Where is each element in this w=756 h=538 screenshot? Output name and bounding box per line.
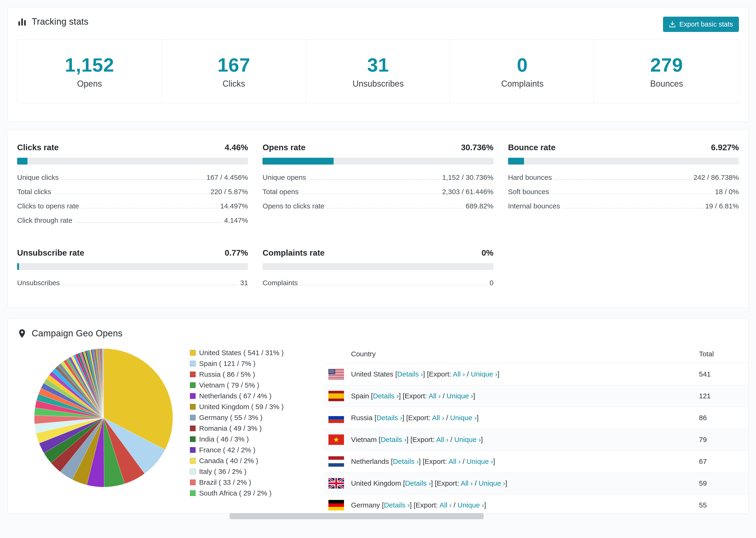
rate-progress-bar	[17, 263, 248, 270]
stat-box-clicks: 167 Clicks	[162, 40, 306, 103]
export-icon	[669, 21, 676, 28]
legend-item: United States ( 541 / 31% )	[190, 349, 321, 357]
rate-metric-value: 689.82%	[465, 202, 493, 210]
details-link[interactable]: Details ›	[393, 457, 419, 465]
rate-progress-bar	[262, 158, 493, 165]
legend-label: United States ( 541 / 31% )	[199, 349, 284, 357]
rate-metric-row: Click through rate4.147%	[17, 216, 248, 224]
opens-count: 1,152	[65, 54, 114, 76]
export-basic-stats-button[interactable]: Export basic stats	[663, 17, 739, 32]
rate-value: 0.77%	[225, 248, 248, 257]
clicks-count: 167	[217, 54, 250, 76]
geo-table-row: Netherlands [Details ›] [Export: All › /…	[324, 451, 748, 472]
details-link[interactable]: Details ›	[397, 370, 423, 378]
flag-icon-es	[328, 391, 344, 401]
complaints-label: Complaints	[501, 79, 544, 89]
geo-opens-table: Country Total United States [Details ›] …	[324, 345, 748, 513]
geo-opens-header: Campaign Geo Opens	[17, 328, 748, 339]
legend-label: Germany ( 55 / 3% )	[199, 413, 262, 422]
rate-progress-bar	[17, 158, 248, 165]
unsubscribes-count: 31	[367, 54, 389, 76]
stat-box-complaints: 0 Complaints	[450, 40, 594, 103]
export-all-link[interactable]: All ›	[436, 436, 449, 443]
export-unique-link[interactable]: Unique ›	[458, 501, 484, 509]
legend-swatch	[190, 447, 195, 453]
export-all-link[interactable]: All ›	[449, 457, 460, 465]
legend-item: Italy ( 36 / 2% )	[190, 467, 321, 476]
country-cell: Germany [Details ›] [Export: All › / Uni…	[351, 501, 699, 509]
export-all-link[interactable]: All ›	[428, 392, 441, 400]
legend-label: France ( 42 / 2% )	[199, 446, 255, 454]
dotted-leader	[301, 194, 440, 194]
details-link[interactable]: Details ›	[384, 501, 410, 509]
legend-swatch	[190, 426, 195, 431]
rate-metric-value: 220 / 5.87%	[210, 188, 248, 196]
rate-metric-label: Internal bounces	[508, 202, 560, 210]
geo-table-row: Russia [Details ›] [Export: All › / Uniq…	[324, 407, 748, 429]
rates-card: Clicks rate 4.46% Unique clicks167 / 4.4…	[8, 129, 748, 308]
complaints-count: 0	[517, 54, 528, 76]
export-unique-link[interactable]: Unique ›	[466, 457, 493, 465]
export-all-link[interactable]: All ›	[453, 370, 465, 378]
legend-label: Brazil ( 33 / 2% )	[199, 478, 251, 486]
export-unique-link[interactable]: Unique ›	[447, 392, 473, 400]
bar-chart-icon	[17, 17, 27, 27]
rate-metric-label: Clicks to opens rate	[17, 202, 79, 210]
details-link[interactable]: Details ›	[376, 414, 402, 422]
pie-chart-svg	[33, 348, 174, 488]
horizontal-scrollbar-thumb[interactable]	[230, 513, 484, 519]
pie-legend: United States ( 541 / 31% )Spain ( 121 /…	[190, 349, 321, 513]
legend-item: United Kingdom ( 59 / 3% )	[190, 403, 321, 411]
rate-metric-label: Complaints	[262, 279, 298, 287]
dotted-leader	[62, 285, 238, 285]
opens-rate-panel: Opens rate 30.736% Unique opens1,152 / 3…	[262, 143, 493, 231]
rate-title: Complaints rate	[262, 248, 325, 257]
rate-metric-label: Soft bounces	[508, 188, 549, 196]
campaign-geo-opens-card: Campaign Geo Opens United States ( 541 /…	[8, 318, 748, 513]
details-link[interactable]: Details ›	[373, 392, 399, 400]
details-link[interactable]: Details ›	[381, 436, 406, 443]
stats-summary-row: 1,152 Opens 167 Clicks 31 Unsubscribes 0…	[17, 39, 739, 103]
country-total: 55	[699, 501, 748, 509]
export-unique-link[interactable]: Unique ›	[479, 479, 505, 487]
rate-metric-row: Clicks to opens rate14.497%	[17, 202, 248, 210]
rate-metric-row: Unsubscribes31	[17, 279, 248, 287]
legend-label: India ( 46 / 3% )	[199, 435, 249, 443]
dotted-leader	[61, 179, 204, 180]
legend-swatch	[190, 469, 195, 474]
bounce-rate-panel: Bounce rate 6.927% Hard bounces242 / 86.…	[508, 143, 739, 231]
tracking-stats-page: Tracking stats Export basic stats 1,152 …	[0, 0, 756, 513]
rate-metric-label: Hard bounces	[508, 174, 552, 182]
country-cell: Netherlands [Details ›] [Export: All › /…	[351, 457, 699, 465]
country-name: United States	[351, 370, 393, 378]
dotted-leader	[300, 285, 487, 285]
legend-label: Romania ( 49 / 3% )	[199, 424, 262, 432]
legend-item: Germany ( 55 / 3% )	[190, 413, 321, 422]
export-all-link[interactable]: All ›	[432, 414, 444, 422]
legend-item: Brazil ( 33 / 2% )	[190, 478, 321, 486]
legend-label: Canada ( 40 / 2% )	[199, 457, 258, 465]
export-unique-link[interactable]: Unique ›	[471, 370, 497, 378]
rate-title: Unsubscribe rate	[17, 248, 84, 257]
export-all-link[interactable]: All ›	[440, 501, 452, 509]
total-column-header: Total	[699, 350, 748, 358]
legend-swatch	[190, 404, 195, 409]
export-all-link[interactable]: All ›	[460, 479, 473, 487]
dotted-leader	[75, 222, 222, 223]
tracking-stats-card: Tracking stats Export basic stats 1,152 …	[8, 7, 748, 122]
rate-metric-label: Total opens	[262, 188, 298, 196]
details-link[interactable]: Details ›	[405, 479, 431, 487]
stat-box-bounces: 279 Bounces	[594, 40, 739, 103]
rate-metric-value: 167 / 4.456%	[207, 174, 248, 182]
legend-item: France ( 42 / 2% )	[190, 446, 321, 454]
legend-item: India ( 46 / 3% )	[190, 435, 321, 443]
stat-box-unsubscribes: 31 Unsubscribes	[306, 40, 450, 103]
export-unique-link[interactable]: Unique ›	[454, 436, 481, 443]
rate-metric-row: Opens to clicks rate689.82%	[262, 202, 493, 210]
rate-metric-label: Unsubscribes	[17, 279, 60, 287]
rate-metric-row: Complaints0	[262, 279, 493, 287]
country-name: Vietnam	[351, 436, 377, 443]
export-unique-link[interactable]: Unique ›	[450, 414, 477, 422]
unsubscribes-label: Unsubscribes	[352, 79, 404, 89]
legend-swatch	[190, 415, 195, 420]
